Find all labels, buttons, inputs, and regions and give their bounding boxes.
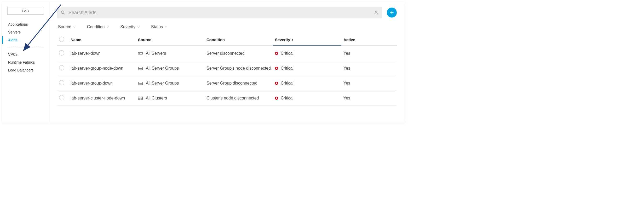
environment-label: LAB	[22, 9, 29, 13]
svg-point-13	[139, 67, 139, 68]
add-alert-button[interactable]	[387, 8, 397, 18]
sidebar-item-alerts[interactable]: Alerts	[2, 36, 49, 44]
sidebar-item-load-balancers[interactable]: Load Balancers	[2, 66, 49, 74]
search-icon	[61, 10, 65, 15]
sidebar-item-vpcs[interactable]: VPCs	[2, 51, 49, 58]
svg-point-14	[139, 69, 139, 69]
row-checkbox[interactable]	[59, 65, 64, 70]
column-header-active[interactable]: Active	[341, 34, 397, 46]
cell-active: Yes	[341, 91, 397, 106]
server-icon	[138, 52, 143, 55]
chevron-down-icon	[73, 25, 76, 29]
table-row[interactable]: lab-server-downAll ServersServer disconn…	[57, 46, 397, 61]
cell-source: All Server Groups	[136, 76, 204, 91]
sidebar-item-label: Applications	[8, 22, 28, 26]
cell-source: All Clusters	[136, 91, 204, 106]
cluster-icon	[138, 96, 143, 100]
table-row[interactable]: lab-server-group-downAll Server GroupsSe…	[57, 76, 397, 91]
filter-condition[interactable]: Condition	[87, 25, 110, 29]
column-header-name[interactable]: Name	[68, 34, 136, 46]
search-input[interactable]	[65, 10, 374, 15]
server-group-icon	[138, 66, 143, 70]
severity-critical-icon	[275, 97, 278, 100]
sort-indicator-line	[273, 45, 341, 46]
filter-bar: Source Condition Severity Status	[57, 25, 397, 34]
column-header-select[interactable]	[57, 34, 68, 46]
row-checkbox[interactable]	[59, 50, 64, 55]
sidebar-item-label: Load Balancers	[8, 68, 33, 72]
environment-badge[interactable]: LAB	[7, 7, 44, 15]
alerts-table: Name Source Condition Severity∧ Active	[57, 34, 397, 106]
table-body: lab-server-downAll ServersServer disconn…	[57, 46, 397, 106]
svg-rect-19	[138, 97, 140, 98]
cell-severity: Critical	[273, 76, 341, 91]
cell-condition: Cluster's node disconnected	[204, 91, 273, 106]
clear-search-button[interactable]	[374, 10, 378, 15]
cell-active: Yes	[341, 61, 397, 76]
column-header-source[interactable]: Source	[136, 34, 204, 46]
sidebar-divider	[7, 48, 44, 48]
filter-label: Status	[151, 25, 163, 29]
cell-condition: Server disconnected	[204, 46, 273, 61]
sidebar-item-runtime-fabrics[interactable]: Runtime Fabrics	[2, 58, 49, 66]
plus-icon	[389, 10, 394, 15]
close-icon	[374, 10, 378, 15]
sidebar-item-label: Alerts	[8, 38, 18, 42]
severity-critical-icon	[275, 82, 278, 85]
table-row[interactable]: lab-server-cluster-node-downAll Clusters…	[57, 91, 397, 106]
cell-condition: Server Group's node disconnected	[204, 61, 273, 76]
svg-rect-21	[138, 98, 140, 100]
cell-name: lab-server-group-node-down	[68, 61, 136, 76]
filter-severity[interactable]: Severity	[120, 25, 140, 29]
cell-source: All Servers	[136, 46, 204, 61]
cell-name: lab-server-group-down	[68, 76, 136, 91]
sidebar-item-label: Runtime Fabrics	[8, 60, 35, 64]
filter-status[interactable]: Status	[151, 25, 168, 29]
filter-source[interactable]: Source	[58, 25, 76, 29]
svg-rect-20	[141, 97, 143, 98]
cell-name: lab-server-down	[68, 46, 136, 61]
cell-severity: Critical	[273, 61, 341, 76]
svg-point-2	[61, 11, 64, 14]
filter-label: Condition	[87, 25, 105, 29]
cell-severity: Critical	[273, 91, 341, 106]
chevron-down-icon	[137, 25, 140, 29]
cell-condition: Server Group disconnected	[204, 76, 273, 91]
column-header-condition[interactable]: Condition	[204, 34, 273, 46]
select-all-checkbox[interactable]	[59, 37, 64, 42]
severity-critical-icon	[275, 67, 278, 70]
cell-active: Yes	[341, 76, 397, 91]
sidebar: LAB Applications Servers Alerts VPCs Run…	[2, 2, 49, 123]
cell-active: Yes	[341, 46, 397, 61]
sort-ascending-icon: ∧	[291, 38, 294, 42]
severity-critical-icon	[275, 52, 278, 55]
svg-point-9	[139, 53, 139, 54]
filter-label: Severity	[120, 25, 135, 29]
top-bar	[57, 7, 397, 18]
cell-name: lab-server-cluster-node-down	[68, 91, 136, 106]
row-checkbox[interactable]	[59, 80, 64, 85]
svg-point-10	[140, 53, 140, 54]
column-header-severity[interactable]: Severity∧	[273, 34, 341, 46]
app-root: LAB Applications Servers Alerts VPCs Run…	[2, 2, 405, 123]
filter-label: Source	[58, 25, 71, 29]
row-checkbox[interactable]	[59, 95, 64, 100]
sidebar-item-applications[interactable]: Applications	[2, 20, 49, 28]
cell-severity: Critical	[273, 46, 341, 61]
svg-rect-22	[141, 98, 143, 100]
search-bar[interactable]	[57, 7, 382, 18]
table-header-row: Name Source Condition Severity∧ Active	[57, 34, 397, 46]
svg-line-3	[64, 13, 65, 14]
sidebar-item-label: VPCs	[8, 52, 18, 57]
svg-point-17	[139, 82, 139, 82]
main-content: Source Condition Severity Status	[49, 2, 405, 123]
sidebar-item-servers[interactable]: Servers	[2, 28, 49, 36]
sidebar-item-label: Servers	[8, 30, 21, 34]
chevron-down-icon	[106, 25, 109, 29]
server-group-icon	[138, 81, 143, 85]
svg-point-18	[139, 84, 139, 84]
table-row[interactable]: lab-server-group-node-downAll Server Gro…	[57, 61, 397, 76]
chevron-down-icon	[164, 25, 168, 29]
cell-source: All Server Groups	[136, 61, 204, 76]
table-wrap: Name Source Condition Severity∧ Active	[57, 34, 397, 106]
